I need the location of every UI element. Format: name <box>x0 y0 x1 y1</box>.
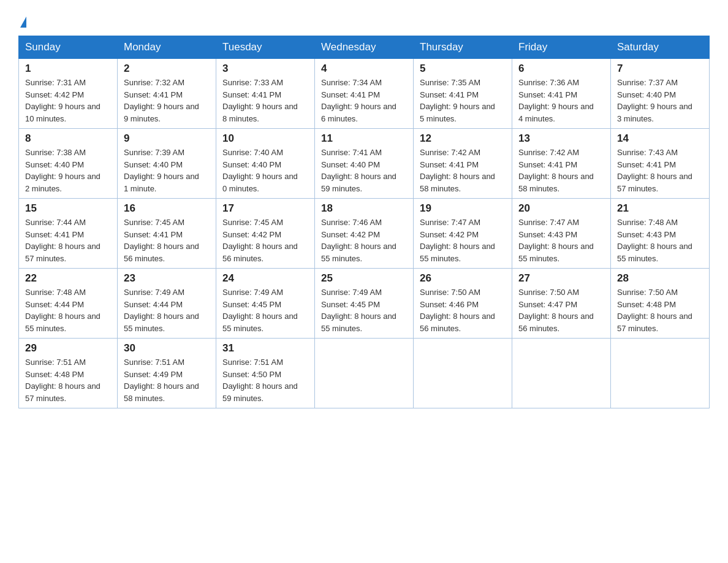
day-number: 26 <box>420 272 506 285</box>
day-number: 21 <box>617 202 703 215</box>
day-number: 3 <box>222 63 308 75</box>
day-number: 5 <box>420 63 506 75</box>
calendar-cell: 24Sunrise: 7:49 AMSunset: 4:45 PMDayligh… <box>216 269 315 339</box>
day-number: 24 <box>222 272 308 285</box>
day-info: Sunrise: 7:42 AMSunset: 4:41 PMDaylight:… <box>518 147 604 194</box>
calendar-cell: 20Sunrise: 7:47 AMSunset: 4:43 PMDayligh… <box>512 199 611 269</box>
day-number: 28 <box>617 272 703 285</box>
day-number: 9 <box>124 132 210 145</box>
day-info: Sunrise: 7:37 AMSunset: 4:40 PMDaylight:… <box>617 77 703 124</box>
day-info: Sunrise: 7:34 AMSunset: 4:41 PMDaylight:… <box>321 77 407 124</box>
day-of-week-header: Wednesday <box>315 36 414 59</box>
calendar-cell: 17Sunrise: 7:45 AMSunset: 4:42 PMDayligh… <box>216 199 315 269</box>
calendar-cell: 25Sunrise: 7:49 AMSunset: 4:45 PMDayligh… <box>315 269 414 339</box>
day-of-week-header: Sunday <box>19 36 118 59</box>
day-of-week-header: Monday <box>118 36 216 59</box>
day-number: 15 <box>25 202 111 215</box>
day-info: Sunrise: 7:50 AMSunset: 4:47 PMDaylight:… <box>518 286 604 334</box>
day-number: 19 <box>420 202 506 215</box>
day-info: Sunrise: 7:51 AMSunset: 4:50 PMDaylight:… <box>222 356 308 404</box>
day-info: Sunrise: 7:39 AMSunset: 4:40 PMDaylight:… <box>124 147 210 194</box>
day-info: Sunrise: 7:36 AMSunset: 4:41 PMDaylight:… <box>518 77 604 124</box>
calendar-cell: 28Sunrise: 7:50 AMSunset: 4:48 PMDayligh… <box>611 269 710 339</box>
day-info: Sunrise: 7:50 AMSunset: 4:48 PMDaylight:… <box>617 286 703 334</box>
calendar-cell: 14Sunrise: 7:43 AMSunset: 4:41 PMDayligh… <box>611 129 710 199</box>
day-info: Sunrise: 7:50 AMSunset: 4:46 PMDaylight:… <box>420 286 506 334</box>
calendar-cell <box>414 339 512 408</box>
day-info: Sunrise: 7:33 AMSunset: 4:41 PMDaylight:… <box>222 77 308 124</box>
day-info: Sunrise: 7:31 AMSunset: 4:42 PMDaylight:… <box>25 77 111 124</box>
days-of-week-row: SundayMondayTuesdayWednesdayThursdayFrid… <box>19 36 710 59</box>
calendar-cell: 26Sunrise: 7:50 AMSunset: 4:46 PMDayligh… <box>414 269 512 339</box>
calendar-week-row: 22Sunrise: 7:48 AMSunset: 4:44 PMDayligh… <box>19 269 710 339</box>
logo <box>18 12 26 29</box>
calendar-cell: 7Sunrise: 7:37 AMSunset: 4:40 PMDaylight… <box>611 59 710 129</box>
day-number: 31 <box>222 342 308 354</box>
calendar-cell <box>611 339 710 408</box>
day-number: 8 <box>25 132 111 145</box>
calendar-cell: 19Sunrise: 7:47 AMSunset: 4:42 PMDayligh… <box>414 199 512 269</box>
day-info: Sunrise: 7:47 AMSunset: 4:42 PMDaylight:… <box>420 216 506 264</box>
day-info: Sunrise: 7:49 AMSunset: 4:44 PMDaylight:… <box>124 286 210 334</box>
day-number: 14 <box>617 132 703 145</box>
calendar-cell: 23Sunrise: 7:49 AMSunset: 4:44 PMDayligh… <box>118 269 216 339</box>
calendar-cell: 21Sunrise: 7:48 AMSunset: 4:43 PMDayligh… <box>611 199 710 269</box>
calendar-cell: 16Sunrise: 7:45 AMSunset: 4:41 PMDayligh… <box>118 199 216 269</box>
day-of-week-header: Saturday <box>611 36 710 59</box>
day-number: 22 <box>25 272 111 285</box>
calendar-cell: 10Sunrise: 7:40 AMSunset: 4:40 PMDayligh… <box>216 129 315 199</box>
day-of-week-header: Friday <box>512 36 611 59</box>
calendar-cell: 9Sunrise: 7:39 AMSunset: 4:40 PMDaylight… <box>118 129 216 199</box>
day-info: Sunrise: 7:48 AMSunset: 4:44 PMDaylight:… <box>25 286 111 334</box>
day-info: Sunrise: 7:38 AMSunset: 4:40 PMDaylight:… <box>25 147 111 194</box>
day-number: 18 <box>321 202 407 215</box>
day-number: 20 <box>518 202 604 215</box>
calendar-cell: 3Sunrise: 7:33 AMSunset: 4:41 PMDaylight… <box>216 59 315 129</box>
day-info: Sunrise: 7:44 AMSunset: 4:41 PMDaylight:… <box>25 216 111 264</box>
day-number: 27 <box>518 272 604 285</box>
day-number: 16 <box>124 202 210 215</box>
day-info: Sunrise: 7:42 AMSunset: 4:41 PMDaylight:… <box>420 147 506 194</box>
calendar-week-row: 15Sunrise: 7:44 AMSunset: 4:41 PMDayligh… <box>19 199 710 269</box>
calendar-week-row: 1Sunrise: 7:31 AMSunset: 4:42 PMDaylight… <box>19 59 710 129</box>
calendar-cell: 29Sunrise: 7:51 AMSunset: 4:48 PMDayligh… <box>19 339 118 408</box>
calendar-cell: 2Sunrise: 7:32 AMSunset: 4:41 PMDaylight… <box>118 59 216 129</box>
day-number: 17 <box>222 202 308 215</box>
day-info: Sunrise: 7:45 AMSunset: 4:41 PMDaylight:… <box>124 216 210 264</box>
calendar-cell: 18Sunrise: 7:46 AMSunset: 4:42 PMDayligh… <box>315 199 414 269</box>
page-header <box>18 12 710 29</box>
day-info: Sunrise: 7:32 AMSunset: 4:41 PMDaylight:… <box>124 77 210 124</box>
calendar-week-row: 8Sunrise: 7:38 AMSunset: 4:40 PMDaylight… <box>19 129 710 199</box>
day-of-week-header: Thursday <box>414 36 512 59</box>
day-number: 2 <box>124 63 210 75</box>
day-info: Sunrise: 7:51 AMSunset: 4:49 PMDaylight:… <box>124 356 210 404</box>
calendar-cell: 8Sunrise: 7:38 AMSunset: 4:40 PMDaylight… <box>19 129 118 199</box>
day-info: Sunrise: 7:41 AMSunset: 4:40 PMDaylight:… <box>321 147 407 194</box>
day-number: 25 <box>321 272 407 285</box>
day-number: 12 <box>420 132 506 145</box>
calendar-cell <box>315 339 414 408</box>
calendar-cell: 31Sunrise: 7:51 AMSunset: 4:50 PMDayligh… <box>216 339 315 408</box>
day-number: 30 <box>124 342 210 354</box>
calendar-cell: 4Sunrise: 7:34 AMSunset: 4:41 PMDaylight… <box>315 59 414 129</box>
calendar-cell: 27Sunrise: 7:50 AMSunset: 4:47 PMDayligh… <box>512 269 611 339</box>
day-info: Sunrise: 7:51 AMSunset: 4:48 PMDaylight:… <box>25 356 111 404</box>
day-number: 4 <box>321 63 407 75</box>
day-number: 29 <box>25 342 111 354</box>
calendar-week-row: 29Sunrise: 7:51 AMSunset: 4:48 PMDayligh… <box>19 339 710 408</box>
day-info: Sunrise: 7:40 AMSunset: 4:40 PMDaylight:… <box>222 147 308 194</box>
calendar-cell: 12Sunrise: 7:42 AMSunset: 4:41 PMDayligh… <box>414 129 512 199</box>
calendar-cell: 13Sunrise: 7:42 AMSunset: 4:41 PMDayligh… <box>512 129 611 199</box>
day-info: Sunrise: 7:47 AMSunset: 4:43 PMDaylight:… <box>518 216 604 264</box>
day-info: Sunrise: 7:46 AMSunset: 4:42 PMDaylight:… <box>321 216 407 264</box>
day-number: 10 <box>222 132 308 145</box>
day-info: Sunrise: 7:49 AMSunset: 4:45 PMDaylight:… <box>222 286 308 334</box>
calendar-cell: 5Sunrise: 7:35 AMSunset: 4:41 PMDaylight… <box>414 59 512 129</box>
calendar-cell: 30Sunrise: 7:51 AMSunset: 4:49 PMDayligh… <box>118 339 216 408</box>
calendar-cell: 15Sunrise: 7:44 AMSunset: 4:41 PMDayligh… <box>19 199 118 269</box>
day-number: 1 <box>25 63 111 75</box>
calendar-cell: 11Sunrise: 7:41 AMSunset: 4:40 PMDayligh… <box>315 129 414 199</box>
day-number: 13 <box>518 132 604 145</box>
day-info: Sunrise: 7:49 AMSunset: 4:45 PMDaylight:… <box>321 286 407 334</box>
calendar-cell <box>512 339 611 408</box>
